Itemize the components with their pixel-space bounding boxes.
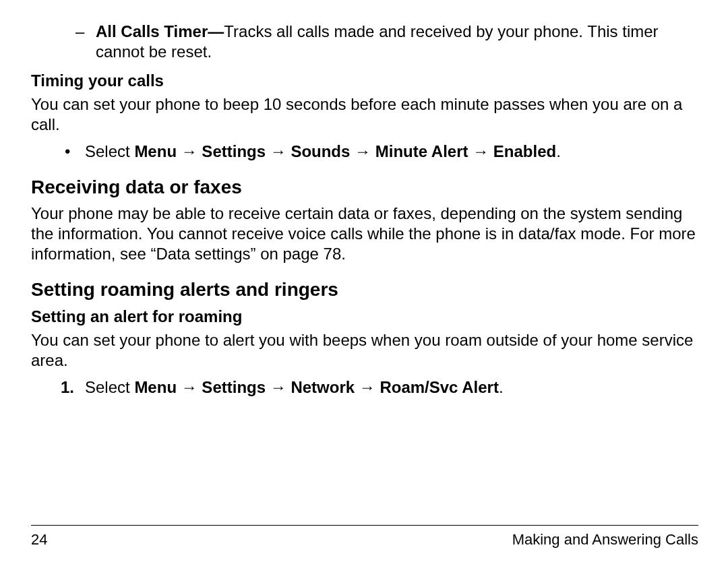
menu-path: Menu → Settings → Network → Roam/Svc Ale… — [134, 378, 499, 396]
list-item-lead: All Calls Timer— — [96, 22, 224, 40]
section-heading-timing: Timing your calls — [31, 71, 698, 90]
page-number: 24 — [31, 531, 47, 549]
list-item-suffix: . — [499, 378, 504, 396]
list-item-suffix: . — [556, 142, 561, 160]
paragraph: You can set your phone to alert you with… — [31, 330, 698, 371]
step-number: 1. — [61, 377, 85, 398]
dash-marker: – — [75, 22, 96, 42]
list-item: •Select Menu → Settings → Sounds → Minut… — [31, 142, 698, 162]
subsection-heading-roaming-alert: Setting an alert for roaming — [31, 307, 698, 326]
list-item-prefix: Select — [85, 378, 134, 396]
paragraph: You can set your phone to beep 10 second… — [31, 94, 698, 135]
paragraph: Your phone may be able to receive certai… — [31, 204, 698, 264]
list-item-prefix: Select — [85, 142, 134, 160]
manual-page: –All Calls Timer—Tracks all calls made a… — [0, 0, 728, 562]
bullet-marker: • — [65, 142, 85, 162]
section-heading-receiving: Receiving data or faxes — [31, 177, 698, 198]
page-footer: 24 Making and Answering Calls — [31, 525, 698, 549]
menu-path: Menu → Settings → Sounds → Minute Alert … — [134, 142, 556, 160]
list-item: –All Calls Timer—Tracks all calls made a… — [31, 22, 698, 62]
list-item: 1.Select Menu → Settings → Network → Roa… — [31, 377, 698, 398]
section-heading-roaming: Setting roaming alerts and ringers — [31, 279, 698, 301]
chapter-title: Making and Answering Calls — [512, 531, 698, 549]
